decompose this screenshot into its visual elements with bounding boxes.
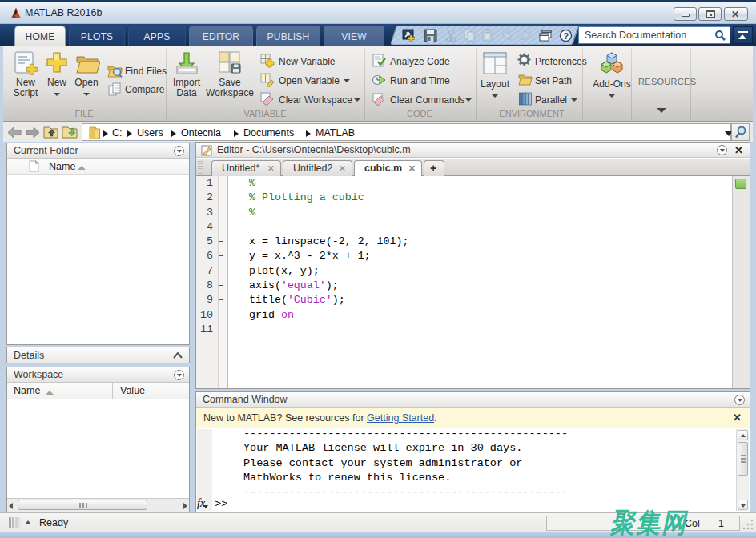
svg-text:?: ? bbox=[564, 31, 569, 41]
